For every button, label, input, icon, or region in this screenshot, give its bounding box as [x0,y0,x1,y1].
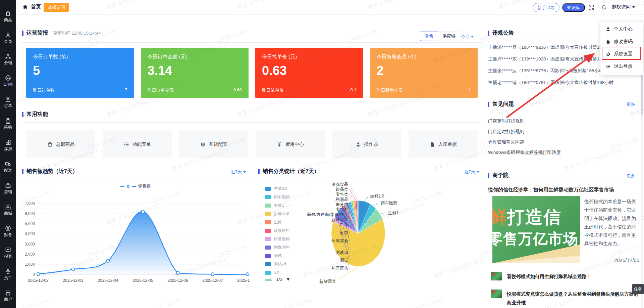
svg-text:白菜: 白菜 [340,222,348,227]
card-today-avg-price[interactable]: 今日笔单价 (元) 0.63 昨日笔单价0.1 [255,48,363,98]
svg-text:未分类: 未分类 [336,202,348,207]
knowledge-base-button[interactable]: 知识库 [562,3,585,12]
section-accent-bar [22,112,23,117]
chevron-down-icon [477,171,479,173]
guide-button[interactable]: 新手引导 [533,3,559,12]
user-dropdown-menu: 个人中心 修改密码 系统设置 退出登录 [600,22,643,75]
period-filter[interactable]: 今日 [461,34,474,40]
stat-cards: 今日订单数 (笔) 5 昨日订单数7 今日订单金额 (元) 3.14 昨日订单金… [26,48,478,98]
fee-center-button[interactable]: 费用中心 [256,130,325,158]
card-title: 今日订单数 (笔) [33,54,127,60]
hq-goods-button[interactable]: 总部商品 [26,130,95,158]
toggle-supply-chain[interactable]: 供应链 [438,32,460,41]
card-value: 5 [33,63,127,78]
card-value: 0.63 [262,63,357,78]
svg-text:面包/方便面/零食/糕点: 面包/方便面/零食/糕点 [307,212,348,217]
academy-article-title[interactable]: 悦邻的信任经济学：如何用生鲜撬动数万亿社区零售市场 [488,187,641,193]
sidebar-item-label: 商品 [4,18,12,22]
faq-more-link[interactable]: 更多 [627,101,635,107]
sidebar-item-merchants[interactable]: 商户 [0,285,16,305]
card-today-new-members[interactable]: 今日新增会员 (个) 2 昨日新增会员1 [370,48,478,98]
sidebar-item-goods[interactable]: 商品 [0,6,16,26]
sidebar-item-staff[interactable]: 员工 [0,264,16,283]
svg-text:2025-12-07: 2025-12-07 [202,278,223,283]
divider [22,42,481,43]
fullscreen-icon[interactable] [588,4,595,11]
faq-item[interactable]: 门店定时打折规则 [488,129,636,135]
card-yesterday-label: 昨日订单金额 [148,87,174,93]
violation-item[interactable]: 主播老******铺（186****0781）因虚假/夸大宣传被封禁168小时 [488,80,642,86]
banner-text-line1: 鲜打造信 [492,206,561,229]
sidebar-item-orders[interactable]: 订单 [0,92,16,112]
active-tab-tag[interactable]: 越权访问 [44,3,69,12]
sales-category-pie-chart: 生鲜2.0药军医药生鲜1新鲜蔬菜冷冻食品饮品类零售类利润品未分类零售量面包/方便… [258,180,481,291]
svg-text:休闲零食: 休闲零食 [331,238,348,243]
section-accent-bar [22,169,23,174]
academy-post[interactable]: 悦邻模式究竟该怎么做货盘？从生鲜食材到健康生活解决方案的商业升维 [491,290,642,307]
operator-button[interactable]: 操作员 [332,130,401,158]
notification-bell-icon[interactable]: 99+ [600,4,607,11]
sidebar-item-purchasing[interactable]: 采购 [0,114,16,133]
svg-text:CRM: CRM [6,77,10,79]
toggle-retail[interactable]: 零售 [420,32,438,41]
sidebar-item-marketing[interactable]: 营销 [0,178,16,197]
sidebar-item-distribution[interactable]: 分销 [0,49,16,69]
bag-icon [47,141,53,147]
watermark: 2025-12-08擎莘 379102364431517 [235,297,314,308]
academy-post[interactable]: 看悦邻模式如何用生鲜打爆私域全通路！ [491,272,642,281]
function-menu-button[interactable]: 功能菜单 [103,130,172,158]
trend-filter[interactable]: 近7天 [231,169,246,175]
card-today-amount[interactable]: 今日订单金额 (元) 3.14 昨日订单金额0.68 [141,48,249,98]
card-value: 3.14 [148,63,242,78]
home-tab[interactable]: 首页 [22,4,41,10]
menu-item-logout[interactable]: 退出登录 [600,60,643,73]
menu-item-profile[interactable]: 个人中心 [600,23,643,35]
sidebar-item-label: 配送 [4,168,12,172]
quick-button-label: 基础配置 [209,141,228,147]
sidebar-item-delivery[interactable]: 配送 [0,157,16,176]
sidebar-item-members[interactable]: 会员 [0,28,16,47]
user-menu-trigger[interactable]: 越权访问 [612,4,635,10]
menu-item-change-password[interactable]: 修改密码 [600,35,643,48]
file-icon [429,141,435,147]
sidebar-item-finance[interactable]: 财务 [0,221,16,240]
sidebar-item-label: 商城 [4,211,12,215]
sidebar-item-label: 库房 [4,147,12,151]
svg-text:生鲜1: 生鲜1 [388,211,399,215]
academy-article-banner[interactable]: 鲜打造信 零售万亿市场 [492,196,580,263]
legend-line-icon [120,186,124,187]
academy-more-link[interactable]: 更多 [627,173,635,179]
svg-text:2025-12-06: 2025-12-06 [167,278,188,283]
inbound-receipt-button[interactable]: 入库单据 [409,130,478,158]
quick-button-label: 入库单据 [438,141,457,147]
faq-item[interactable]: 门店定时打折规则 [488,118,636,124]
faq-item[interactable]: 仓库管理常见问题 [488,139,636,145]
menu-item-label: 个人中心 [614,26,633,32]
trend-filter-label: 近7天 [231,169,242,175]
sidebar-item-mall[interactable]: 商城 [0,200,16,219]
gift-icon [5,182,11,189]
watermark: 2025-12-08擎莘 379102364431517 [104,297,183,308]
svg-text:测试zd: 测试zd [335,250,348,255]
svg-text:7,000: 7,000 [25,201,35,206]
svg-text:2025-12-03: 2025-12-03 [63,278,84,283]
faq-item[interactable]: Windows条码秤修改标签机打印浓度 [488,149,636,156]
chevron-down-icon [632,6,635,8]
svg-text:5,000: 5,000 [25,221,35,226]
topbar: 首页 越权访问 新手引导 知识库 99+ 越权访问 [16,0,644,15]
menu-item-system-settings[interactable]: 系统设置 [600,48,643,60]
task-floating-tab[interactable]: 任务 [632,284,644,294]
svg-text:零售类: 零售类 [336,192,348,197]
base-config-button[interactable]: 基础配置 [179,130,248,158]
period-filter-label: 今日 [461,34,470,40]
trend-legend[interactable]: 销售额 [22,183,249,189]
sales-trend-line-chart: 01,0002,0003,0004,0005,0006,0007,0002025… [22,193,250,294]
document-icon [5,96,11,103]
sidebar-item-warehouse[interactable]: 库房 [0,135,16,155]
sidebar-item-crm[interactable]: CRM CRM [0,71,16,90]
home-icon [22,4,28,10]
sidebar-item-reports[interactable]: 报表 [0,243,16,262]
category-filter[interactable]: 近7天 [464,169,479,175]
card-today-orders[interactable]: 今日订单数 (笔) 5 昨日订单数7 [26,48,134,98]
faq-title: 常见问题 [492,101,514,108]
